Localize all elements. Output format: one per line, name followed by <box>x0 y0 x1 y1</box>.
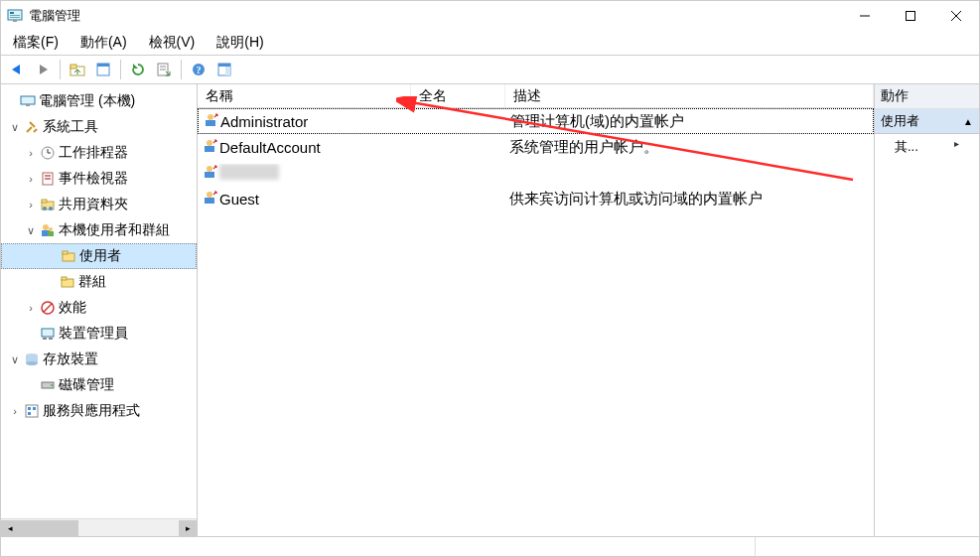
shared-folder-icon <box>39 197 57 212</box>
expand-icon[interactable]: › <box>23 302 39 314</box>
svg-text:?: ? <box>197 65 202 75</box>
user-icon <box>202 138 217 157</box>
collapse-triangle-icon: ▲ <box>963 116 973 127</box>
toolbar-divider <box>181 60 182 79</box>
tree-label: 群組 <box>76 273 108 291</box>
properties-button[interactable] <box>91 58 115 81</box>
tree-groups[interactable]: 群組 <box>1 269 197 295</box>
tree-label: 使用者 <box>77 247 123 265</box>
menu-action[interactable]: 動作(A) <box>74 32 133 54</box>
tree-label: 共用資料夾 <box>57 196 130 213</box>
cell-name: Administrator <box>199 112 412 131</box>
console-tree[interactable]: 電腦管理 (本機) ∨ 系統工具 › 工作排程器 › 事件檢視器 <box>1 84 197 518</box>
user-icon <box>202 164 217 183</box>
svg-point-35 <box>49 227 53 231</box>
tree-label: 電腦管理 (本機) <box>37 92 137 110</box>
menu-view[interactable]: 檢視(V) <box>143 32 202 54</box>
svg-point-33 <box>43 224 49 230</box>
actions-section[interactable]: 使用者 ▲ <box>875 109 979 134</box>
tree-users[interactable]: 使用者 <box>1 243 197 269</box>
scroll-track[interactable] <box>19 520 179 536</box>
tree-task-scheduler[interactable]: › 工作排程器 <box>1 140 197 166</box>
svg-rect-53 <box>33 407 36 410</box>
tree-label: 事件檢視器 <box>57 170 130 188</box>
svg-rect-10 <box>70 65 76 69</box>
scroll-thumb[interactable] <box>19 520 78 536</box>
actions-more-label: 其... <box>895 138 918 156</box>
user-icon <box>202 190 217 209</box>
tree-device-manager[interactable]: 裝置管理員 <box>1 321 197 347</box>
column-description[interactable]: 描述 <box>505 84 874 107</box>
minimize-button[interactable] <box>842 1 888 31</box>
list-item[interactable]: DefaultAccount系统管理的用户帐户。 <box>198 134 874 160</box>
list-item[interactable]: Guest供来宾访问计算机或访问域的内置帐户 <box>198 186 874 211</box>
cell-name-text: Administrator <box>220 113 308 130</box>
column-name[interactable]: 名稱 <box>198 84 411 107</box>
collapse-icon[interactable]: ∨ <box>23 224 39 237</box>
svg-point-61 <box>207 192 212 198</box>
svg-rect-3 <box>10 17 20 18</box>
actions-section-label: 使用者 <box>881 112 919 130</box>
up-level-button[interactable] <box>66 58 89 81</box>
svg-rect-62 <box>205 198 214 204</box>
show-hide-button[interactable] <box>212 58 236 81</box>
tree-h-scrollbar[interactable]: ◂ ▸ <box>1 518 197 536</box>
status-segment <box>1 537 756 556</box>
tree-shared-folders[interactable]: › 共用資料夾 <box>1 192 197 217</box>
tree-services-apps[interactable]: › 服務與應用程式 <box>1 398 197 424</box>
expand-icon[interactable]: › <box>23 147 39 159</box>
svg-rect-12 <box>97 64 109 67</box>
app-icon <box>7 8 23 24</box>
menu-file[interactable]: 檔案(F) <box>7 32 65 54</box>
actions-header: 動作 <box>875 84 979 109</box>
device-icon <box>39 326 57 342</box>
expand-icon[interactable]: › <box>23 199 39 210</box>
tree-label: 裝置管理員 <box>57 325 130 343</box>
tree-root[interactable]: 電腦管理 (本機) <box>1 88 197 114</box>
column-fullname[interactable]: 全名 <box>411 84 505 107</box>
clock-icon <box>39 145 57 161</box>
svg-rect-19 <box>218 64 230 67</box>
export-list-button[interactable] <box>152 58 176 81</box>
svg-rect-40 <box>62 277 67 280</box>
tree-label: 本機使用者和群組 <box>57 221 172 239</box>
tree-local-users-groups[interactable]: ∨ 本機使用者和群組 <box>1 217 197 243</box>
scroll-right-button[interactable]: ▸ <box>179 520 197 536</box>
collapse-icon[interactable]: ∨ <box>7 121 23 134</box>
svg-rect-54 <box>28 412 31 415</box>
expand-icon[interactable]: › <box>7 405 23 417</box>
cell-name <box>198 164 411 183</box>
back-button[interactable] <box>5 58 29 81</box>
refresh-button[interactable] <box>126 58 150 81</box>
scroll-left-button[interactable]: ◂ <box>1 520 19 536</box>
svg-rect-38 <box>63 251 68 254</box>
tree-event-viewer[interactable]: › 事件檢視器 <box>1 166 197 192</box>
list-item[interactable] <box>198 160 874 186</box>
tree-label: 服務與應用程式 <box>41 402 142 420</box>
close-button[interactable] <box>933 1 979 31</box>
tools-icon <box>23 119 41 135</box>
tree-label: 效能 <box>57 299 88 317</box>
tree-systools[interactable]: ∨ 系統工具 <box>1 114 197 140</box>
toolbar-divider <box>120 60 121 79</box>
expand-icon[interactable]: › <box>23 173 39 185</box>
tree-performance[interactable]: › 效能 <box>1 295 197 321</box>
status-bar <box>1 536 979 556</box>
computer-icon <box>19 93 37 109</box>
folder-icon <box>59 274 76 290</box>
tree-disk-management[interactable]: 磁碟管理 <box>1 372 197 398</box>
collapse-icon[interactable]: ∨ <box>7 353 23 366</box>
svg-rect-22 <box>26 104 30 106</box>
help-button[interactable]: ? <box>187 58 210 81</box>
svg-rect-44 <box>43 338 47 340</box>
user-list[interactable]: Administrator管理计算机(域)的内置帐户DefaultAccount… <box>198 108 874 536</box>
cell-description: 系统管理的用户帐户。 <box>505 138 874 157</box>
actions-more[interactable]: 其... ▸ <box>875 134 979 160</box>
forward-button[interactable] <box>31 58 55 81</box>
cell-name-text <box>219 164 279 183</box>
list-item[interactable]: Administrator管理计算机(域)的内置帐户 <box>198 108 874 134</box>
svg-point-48 <box>26 361 38 365</box>
maximize-button[interactable] <box>888 1 933 31</box>
tree-storage[interactable]: ∨ 存放裝置 <box>1 347 197 372</box>
menu-help[interactable]: 說明(H) <box>210 32 269 54</box>
